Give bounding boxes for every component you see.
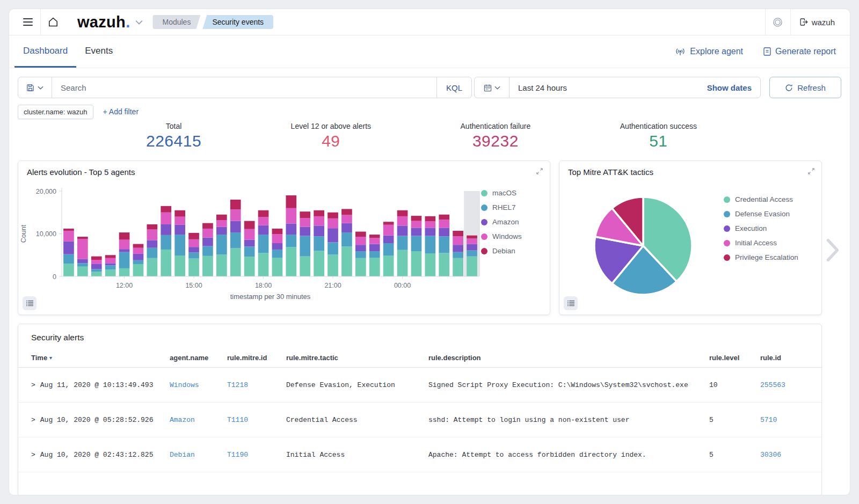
legend-item-rhel7[interactable]: RHEL7 (481, 200, 547, 215)
expand-panel-icon[interactable] (807, 167, 815, 175)
alert-time: >Aug 10, 2020 @ 02:43:12.825 (31, 451, 170, 459)
app-switcher-button[interactable] (135, 20, 143, 25)
expand-panel-icon[interactable] (536, 167, 543, 175)
legend-item-defense-evasion[interactable]: Defense Evasion (724, 207, 820, 221)
username-label: wazuh (812, 18, 835, 27)
add-filter-button[interactable]: + Add filter (103, 107, 139, 116)
list-icon (26, 300, 33, 306)
column-header-rule-level[interactable]: rule.level (709, 354, 760, 362)
alert-description: sshd: Attempt to login using a non-exist… (428, 416, 709, 424)
legend-label: Windows (492, 232, 522, 240)
tab-events[interactable]: Events (76, 35, 121, 68)
alert-time: >Aug 10, 2020 @ 05:28:52.926 (31, 416, 170, 424)
legend-swatch (724, 225, 730, 232)
panel-title: Top Mitre ATT&K tactics (568, 167, 653, 177)
expand-row-caret[interactable]: > (31, 416, 35, 424)
legend-item-initial-access[interactable]: Initial Access (724, 236, 820, 250)
column-header-rule-mitre-tactic[interactable]: rule.mitre.tactic (286, 354, 428, 362)
stat-label: Level 12 or above alerts (291, 122, 371, 130)
legend-item-macos[interactable]: macOS (481, 186, 547, 200)
logo-dot: . (126, 13, 130, 31)
alert-agent-link[interactable]: Windows (170, 381, 227, 389)
refresh-icon (785, 84, 793, 92)
app-window: wazuh. Modules Security events wazuh Das… (9, 9, 850, 495)
stat-label: Total (146, 122, 201, 130)
alert-rule-id-link[interactable]: 5710 (760, 416, 809, 424)
logout-icon (799, 18, 808, 26)
alert-mitre-id-link[interactable]: T1218 (227, 381, 286, 389)
column-header-rule-description[interactable]: rule.description (428, 354, 709, 362)
legend-label: Debian (492, 247, 515, 255)
legend-label: Amazon (492, 218, 519, 226)
svg-text:12:00: 12:00 (116, 282, 133, 289)
alert-description: Apache: Attempt to access forbidden dire… (428, 451, 709, 459)
stat-auth-success: Authentication success 51 (620, 122, 697, 153)
legend-item-credential-access[interactable]: Credential Access (724, 192, 820, 207)
breadcrumb-modules[interactable]: Modules (152, 15, 200, 29)
inspect-button[interactable] (23, 296, 37, 310)
column-header-time[interactable]: Time▾ (31, 354, 170, 362)
alert-agent-link[interactable]: Debian (170, 451, 227, 459)
stat-label: Authentication success (620, 122, 697, 130)
menu-button[interactable] (16, 9, 40, 35)
expand-row-caret[interactable]: > (31, 451, 35, 459)
alerts-evolution-chart[interactable]: 010,00020,00012:0015:0018:0021:0000:00Co… (18, 185, 484, 315)
alerts-table-body: >Aug 11, 2020 @ 10:13:49.493WindowsT1218… (18, 368, 821, 472)
expand-row-caret[interactable]: > (31, 381, 35, 389)
stats-row: Total 226415 Level 12 or above alerts 49… (9, 120, 850, 153)
next-panel-chevron[interactable] (825, 237, 840, 264)
panel-title: Alerts evolution - Top 5 agents (27, 167, 135, 177)
column-header-agent-name[interactable]: agent.name (170, 354, 227, 362)
chevron-down-icon (494, 86, 500, 90)
legend-item-debian[interactable]: Debian (481, 244, 547, 258)
column-header-rule-mitre-id[interactable]: rule.mitre.id (227, 354, 286, 362)
kql-button[interactable]: KQL (436, 77, 471, 98)
legend-label: Credential Access (735, 195, 793, 203)
legend-item-privilege-escalation[interactable]: Privilege Escalation (724, 250, 820, 265)
home-icon (48, 17, 59, 27)
status-circle-button[interactable] (766, 9, 790, 35)
time-range-label[interactable]: Last 24 hours (509, 83, 707, 92)
wazuh-logo[interactable]: wazuh. (77, 9, 130, 35)
generate-report-button[interactable]: Generate report (763, 47, 836, 56)
svg-text:Count: Count (20, 224, 27, 243)
security-alerts-title: Security alerts (18, 324, 821, 342)
logout-button[interactable]: wazuh (791, 9, 843, 35)
alert-agent-link[interactable]: Amazon (170, 416, 227, 424)
table-row: >Aug 11, 2020 @ 10:13:49.493WindowsT1218… (18, 368, 821, 403)
legend-item-execution[interactable]: Execution (724, 221, 820, 236)
save-icon (26, 84, 34, 92)
home-button[interactable] (41, 9, 65, 35)
tab-dashboard[interactable]: Dashboard (14, 35, 76, 68)
alert-rule-id-link[interactable]: 255563 (760, 381, 809, 389)
chevron-right-icon (828, 240, 837, 260)
stat-value: 49 (291, 132, 371, 150)
show-dates-button[interactable]: Show dates (707, 83, 760, 92)
legend-label: Privilege Escalation (735, 253, 798, 261)
svg-text:20,000: 20,000 (36, 188, 56, 195)
legend-swatch (724, 211, 730, 217)
panel-mitre-tactics: Top Mitre ATT&K tactics Credential Acces… (559, 160, 822, 315)
alert-mitre-id-link[interactable]: T1110 (227, 416, 286, 424)
column-header-rule-id[interactable]: rule.id (760, 354, 809, 362)
inspect-button[interactable] (564, 296, 578, 310)
chart-legend: macOSRHEL7AmazonWindowsDebian (481, 186, 547, 258)
saved-queries-button[interactable] (18, 77, 52, 98)
table-row: >Aug 10, 2020 @ 02:43:12.825DebianT1190I… (18, 437, 821, 472)
calendar-icon (484, 84, 492, 92)
breadcrumb-security-events[interactable]: Security events (202, 15, 273, 29)
breadcrumb: Modules Security events (152, 15, 273, 29)
legend-item-windows[interactable]: Windows (481, 229, 547, 244)
mitre-pie-chart[interactable] (564, 182, 725, 312)
alerts-table-header: Time▾ agent.name rule.mitre.id rule.mitr… (18, 348, 821, 368)
refresh-button[interactable]: Refresh (769, 77, 841, 98)
alert-tactic: Defense Evasion, Execution (286, 381, 428, 389)
legend-item-amazon[interactable]: Amazon (481, 215, 547, 229)
explore-agent-button[interactable]: Explore agent (675, 47, 743, 56)
alert-rule-id-link[interactable]: 30306 (760, 451, 809, 459)
alert-mitre-id-link[interactable]: T1190 (227, 451, 286, 459)
legend-swatch (724, 254, 730, 261)
calendar-button[interactable] (475, 77, 509, 98)
search-input[interactable] (52, 83, 436, 92)
filter-chip[interactable]: cluster.name: wazuh (18, 105, 93, 119)
